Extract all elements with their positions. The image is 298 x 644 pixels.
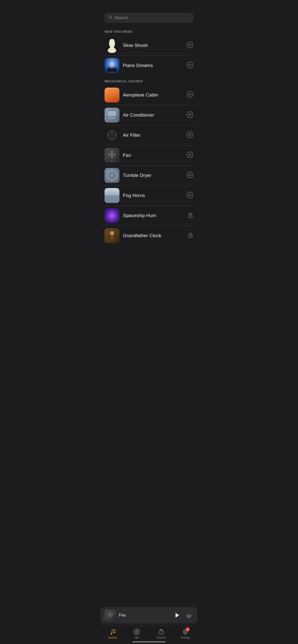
list-item[interactable]: Aeroplane Cabin bbox=[101, 85, 197, 105]
search-bar[interactable]: Search bbox=[105, 13, 193, 23]
sound-thumbnail-spaceship-hum bbox=[105, 208, 119, 223]
svg-point-20 bbox=[112, 118, 113, 118]
now-playing-thumbnail bbox=[105, 610, 116, 621]
sound-thumbnail-grandfather-clock bbox=[105, 228, 119, 243]
svg-point-27 bbox=[111, 134, 113, 136]
sound-thumbnail-air-conditioner bbox=[105, 108, 119, 122]
status-bar bbox=[101, 0, 197, 11]
mechanical-sounds-list: Aeroplane Cabin bbox=[101, 85, 197, 246]
now-playing-name: Fan bbox=[119, 613, 170, 618]
svg-point-62 bbox=[190, 216, 191, 216]
list-item[interactable]: Air Conditioner bbox=[101, 105, 197, 125]
svg-point-70 bbox=[190, 236, 191, 237]
gear-icon: 1 bbox=[182, 628, 189, 635]
svg-point-46 bbox=[111, 174, 113, 177]
tab-label-sounds: Sounds bbox=[109, 636, 117, 639]
svg-line-1 bbox=[111, 18, 112, 19]
lock-icon-spaceship[interactable] bbox=[187, 212, 193, 219]
tab-label-mix: Mix bbox=[135, 636, 139, 639]
svg-rect-51 bbox=[105, 196, 119, 203]
svg-rect-7 bbox=[108, 67, 109, 70]
svg-point-37 bbox=[111, 154, 113, 155]
search-placeholder: Search bbox=[115, 16, 128, 20]
new-this-week-list: Slow Shush bbox=[101, 36, 197, 76]
list-item[interactable]: Spaceship Hum bbox=[101, 206, 197, 226]
list-item[interactable]: Piano Dreams bbox=[101, 56, 197, 76]
svg-point-80 bbox=[136, 631, 137, 632]
svg-point-77 bbox=[114, 632, 115, 633]
play-button[interactable] bbox=[173, 611, 182, 620]
lock-icon-grandfather-clock[interactable] bbox=[187, 232, 193, 239]
add-button-fan[interactable] bbox=[186, 151, 193, 159]
list-item[interactable]: Tumble Dryer bbox=[101, 166, 197, 186]
sound-name: Aeroplane Cabin bbox=[123, 92, 183, 98]
tab-sounds[interactable]: Sounds bbox=[101, 628, 125, 639]
sound-thumbnail-tumble-dryer bbox=[105, 168, 119, 183]
add-button-air-filter[interactable] bbox=[186, 131, 193, 139]
disc-icon bbox=[133, 628, 140, 635]
sound-name: Fan bbox=[123, 152, 183, 158]
now-playing-bar: Fan bbox=[101, 607, 197, 624]
svg-marker-74 bbox=[176, 613, 179, 618]
svg-point-72 bbox=[110, 614, 111, 615]
tab-label-controls: Controls bbox=[156, 636, 166, 639]
sound-thumbnail-fan bbox=[105, 148, 119, 163]
list-item[interactable]: Fan bbox=[101, 145, 197, 166]
tab-controls[interactable]: Controls bbox=[149, 628, 173, 639]
airplay-button[interactable] bbox=[184, 611, 193, 620]
sound-thumbnail-aeroplane bbox=[105, 88, 119, 102]
sound-name: Fog Horns bbox=[123, 193, 183, 198]
search-icon bbox=[109, 16, 113, 20]
list-item[interactable]: Fog Horns bbox=[101, 186, 197, 206]
tab-mix[interactable]: Mix bbox=[125, 628, 149, 639]
list-item[interactable]: Grandfather Clock bbox=[101, 226, 197, 246]
svg-rect-8 bbox=[110, 67, 111, 70]
list-item[interactable]: Slow Shush bbox=[101, 36, 197, 56]
home-indicator bbox=[132, 641, 166, 642]
section-header-mechanical: MECHANICAL SOUNDS bbox=[101, 76, 197, 85]
svg-rect-17 bbox=[108, 111, 116, 116]
sound-name: Air Conditioner bbox=[123, 112, 183, 118]
sound-name: Air Filter bbox=[123, 132, 183, 138]
sound-name: Piano Dreams bbox=[123, 63, 183, 68]
add-button-tumble-dryer[interactable] bbox=[186, 172, 193, 179]
tab-label-settings: Settings bbox=[181, 636, 190, 639]
sound-thumbnail-piano-dreams bbox=[105, 58, 119, 73]
list-item[interactable]: Air Filter bbox=[101, 125, 197, 145]
tab-settings[interactable]: 1 Settings bbox=[173, 628, 198, 639]
add-button-air-conditioner[interactable] bbox=[186, 111, 193, 119]
svg-rect-73 bbox=[110, 617, 111, 619]
svg-rect-68 bbox=[112, 236, 113, 240]
sound-name: Spaceship Hum bbox=[123, 213, 184, 218]
sound-name: Slow Shush bbox=[123, 43, 183, 48]
sound-thumbnail-slow-shush bbox=[105, 38, 119, 53]
svg-point-86 bbox=[161, 632, 161, 633]
add-button-fog-horns[interactable] bbox=[186, 192, 193, 200]
settings-badge-count: 1 bbox=[186, 628, 190, 631]
svg-rect-9 bbox=[113, 67, 114, 70]
sound-thumbnail-fog-horns bbox=[105, 188, 119, 203]
sound-name: Grandfather Clock bbox=[123, 233, 184, 238]
timer-icon bbox=[158, 628, 165, 635]
svg-point-47 bbox=[108, 171, 109, 172]
svg-point-76 bbox=[111, 633, 112, 634]
add-button-slow-shush[interactable] bbox=[186, 42, 193, 49]
add-button-aeroplane[interactable] bbox=[186, 91, 193, 99]
search-container: Search bbox=[101, 11, 197, 26]
svg-point-87 bbox=[184, 631, 186, 633]
section-header-new: NEW THIS WEEK bbox=[101, 26, 197, 36]
svg-point-39 bbox=[111, 160, 114, 162]
music-note-icon bbox=[109, 628, 116, 635]
add-button-piano-dreams[interactable] bbox=[186, 62, 193, 70]
sound-name: Tumble Dryer bbox=[123, 173, 183, 178]
svg-rect-10 bbox=[115, 67, 116, 70]
svg-rect-2 bbox=[111, 46, 112, 46]
sound-thumbnail-air-filter bbox=[105, 128, 119, 143]
